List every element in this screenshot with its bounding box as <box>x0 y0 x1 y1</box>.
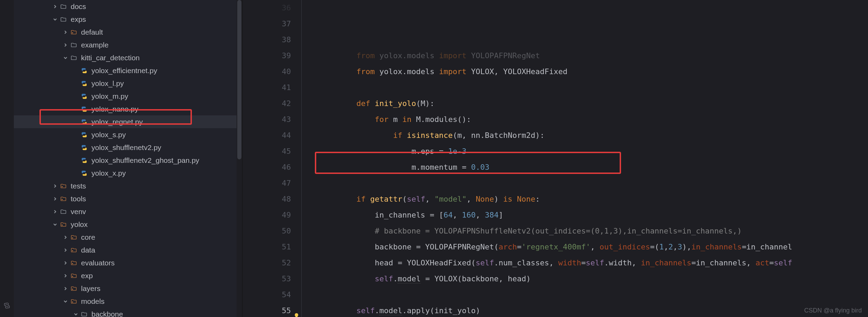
svg-point-1 <box>62 186 63 187</box>
chevron-right-icon[interactable] <box>62 42 69 48</box>
line-number: 48 <box>242 191 291 207</box>
line-number: 53 <box>242 271 291 287</box>
python-file-icon <box>80 80 88 87</box>
watermark-text: CSDN @a flying bird <box>804 307 862 314</box>
chevron-down-icon[interactable] <box>73 311 79 317</box>
file-item[interactable]: yolox_m.py <box>14 90 242 103</box>
folder-item[interactable]: example <box>14 38 242 51</box>
chevron-none <box>73 144 79 151</box>
code-line[interactable]: head = YOLOXHeadFixed(self.num_classes, … <box>301 255 868 271</box>
code-line[interactable] <box>301 287 868 303</box>
library-root-icon <box>60 221 67 228</box>
tree-item-label: yolox_shufflenetv2_ghost_pan.py <box>91 156 199 165</box>
activity-bar <box>0 0 14 317</box>
folder-item[interactable]: kitti_car_detection <box>14 51 242 64</box>
folder-item[interactable]: evaluators <box>14 256 242 269</box>
folder-item[interactable]: venv <box>14 205 242 218</box>
chevron-right-icon[interactable] <box>52 196 58 202</box>
chevron-none <box>73 170 79 176</box>
sidebar-scrollbar[interactable] <box>237 0 242 317</box>
code-line[interactable]: self.model.apply(init_yolo) <box>301 303 868 317</box>
library-root-icon <box>60 196 67 202</box>
file-explorer[interactable]: docsexpsdefaultexamplekitti_car_detectio… <box>14 0 242 317</box>
folder-item[interactable]: layers <box>14 282 242 295</box>
tree-item-label: example <box>81 41 108 49</box>
svg-point-4 <box>72 237 73 238</box>
code-line[interactable] <box>301 80 868 96</box>
tree-item-label: yolox_efficientnet.py <box>91 67 157 75</box>
code-line[interactable]: backbone = YOLOPAFPNRegNet(arch='regnetx… <box>301 239 868 255</box>
folder-item[interactable]: data <box>14 244 242 256</box>
sidebar-scrollbar-thumb[interactable] <box>237 0 241 159</box>
library-root-icon <box>70 29 78 35</box>
file-item[interactable]: yolox_regnet.py <box>14 115 242 128</box>
chevron-down-icon[interactable] <box>52 16 58 23</box>
chevron-right-icon[interactable] <box>62 273 69 279</box>
code-line[interactable]: for m in M.modules(): <box>301 112 868 127</box>
tree-item-label: yolox_nano.py <box>91 105 138 113</box>
library-root-icon <box>70 273 78 279</box>
code-line[interactable]: if getattr(self, "model", None) is None: <box>301 191 868 207</box>
python-file-icon <box>80 157 88 164</box>
tree-item-label: yolox_l.py <box>91 79 124 88</box>
code-line[interactable]: if isinstance(m, nn.BatchNorm2d): <box>301 127 868 143</box>
file-item[interactable]: yolox_x.py <box>14 167 242 179</box>
chevron-right-icon[interactable] <box>62 247 69 253</box>
file-item[interactable]: yolox_shufflenetv2.py <box>14 141 242 154</box>
file-item[interactable]: yolox_l.py <box>14 77 242 90</box>
folder-icon <box>60 16 67 23</box>
code-area[interactable]: from yolox.models import YOLOPAFPNRegNet… <box>301 0 868 317</box>
lightbulb-icon[interactable] <box>294 308 299 314</box>
code-line[interactable] <box>301 175 868 191</box>
code-line[interactable]: self.model = YOLOX(backbone, head) <box>301 271 868 287</box>
file-item[interactable]: yolox_shufflenetv2_ghost_pan.py <box>14 154 242 167</box>
tree-item-label: data <box>81 246 95 254</box>
chevron-down-icon[interactable] <box>62 298 69 305</box>
chevron-right-icon[interactable] <box>52 209 58 215</box>
line-number: 46 <box>242 159 291 175</box>
python-file-icon <box>80 144 88 151</box>
chevron-right-icon[interactable] <box>62 234 69 240</box>
folder-item[interactable]: models <box>14 295 242 308</box>
svg-point-7 <box>72 276 73 276</box>
chevron-down-icon[interactable] <box>52 221 58 228</box>
tree-item-label: backbone <box>91 310 123 317</box>
svg-point-6 <box>72 263 73 264</box>
folder-icon <box>70 55 78 61</box>
tree-item-label: exp <box>81 272 93 280</box>
chevron-right-icon[interactable] <box>52 183 58 189</box>
folder-item[interactable]: exps <box>14 13 242 26</box>
chevron-right-icon[interactable] <box>62 260 69 266</box>
tree-item-label: yolox <box>71 220 88 229</box>
chevron-down-icon[interactable] <box>62 55 69 61</box>
folder-item[interactable]: backbone <box>14 308 242 317</box>
folder-item[interactable]: default <box>14 26 242 38</box>
code-line[interactable]: def init_yolo(M): <box>301 96 868 112</box>
file-item[interactable]: yolox_efficientnet.py <box>14 64 242 77</box>
tree-item-label: kitti_car_detection <box>81 54 140 62</box>
file-item[interactable]: yolox_s.py <box>14 128 242 141</box>
code-line[interactable]: from yolox.models import YOLOX, YOLOXHea… <box>301 64 868 80</box>
code-line[interactable]: m.momentum = 0.03 <box>301 159 868 175</box>
library-root-icon <box>70 285 78 292</box>
folder-item[interactable]: tools <box>14 192 242 205</box>
code-line[interactable]: # backbone = YOLOPAFPNShuffleNetv2(out_i… <box>301 223 868 239</box>
folder-item[interactable]: docs <box>14 0 242 13</box>
chevron-right-icon[interactable] <box>52 3 58 10</box>
folder-item[interactable]: core <box>14 231 242 244</box>
file-item[interactable]: yolox_nano.py <box>14 103 242 115</box>
code-line[interactable]: in_channels = [64, 160, 384] <box>301 207 868 223</box>
folder-item[interactable]: exp <box>14 269 242 282</box>
code-line[interactable]: from yolox.models import YOLOPAFPNRegNet <box>301 48 868 64</box>
chevron-right-icon[interactable] <box>62 29 69 35</box>
code-line[interactable]: m.eps = 1e-3 <box>301 143 868 159</box>
chevron-right-icon[interactable] <box>62 285 69 292</box>
python-file-icon <box>80 68 88 74</box>
folder-item[interactable]: yolox <box>14 218 242 231</box>
line-number: 45 <box>242 143 291 159</box>
tree-item-label: tools <box>71 195 86 203</box>
python-file-icon <box>80 106 88 112</box>
svg-point-9 <box>72 301 73 302</box>
folder-item[interactable]: tests <box>14 179 242 192</box>
code-editor[interactable]: 3637383940414243444546474849505152535455… <box>242 0 868 317</box>
